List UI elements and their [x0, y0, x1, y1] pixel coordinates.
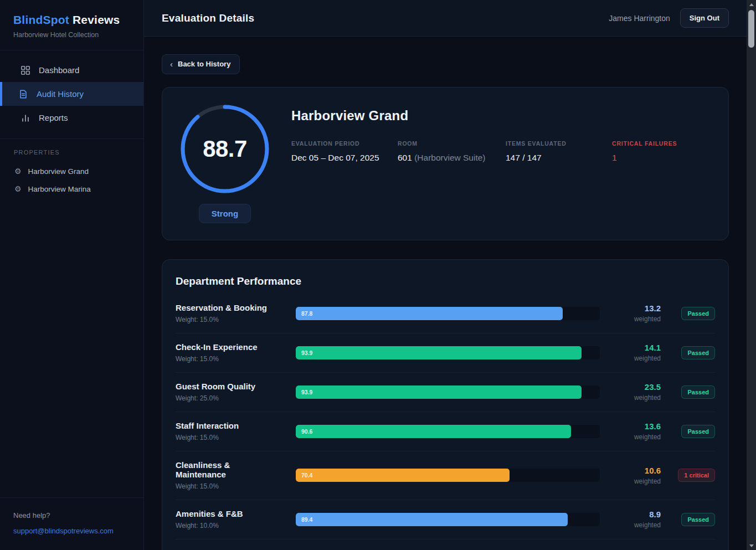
dashboard-grid-icon: [20, 65, 31, 75]
scrollbar-down-arrow[interactable]: [747, 541, 756, 550]
weighted-value: 23.5: [613, 382, 661, 392]
scrollbar-up-arrow[interactable]: [747, 0, 756, 9]
department-name: Guest Room Quality: [176, 382, 282, 391]
header-right: James Harrington Sign Out: [609, 8, 729, 28]
sidebar-nav: Dashboard Audit History Reports: [0, 50, 143, 139]
room-type: (Harborview Suite): [412, 153, 486, 162]
department-weight: Weight: 15.0%: [176, 355, 282, 363]
meta-evaluation-period: EVALUATION PERIOD Dec 05 – Dec 07, 2025: [291, 140, 398, 163]
status-badge: Passed: [681, 307, 715, 320]
department-weight: Weight: 25.0%: [176, 394, 282, 402]
brand-block: BlindSpot Reviews Harborview Hotel Colle…: [0, 0, 143, 50]
rating-badge: Strong: [199, 204, 251, 223]
sidebar-item-dashboard[interactable]: Dashboard: [0, 58, 143, 82]
status-badge: Passed: [681, 513, 715, 526]
sign-out-button[interactable]: Sign Out: [680, 8, 729, 28]
section-title: Department Performance: [176, 275, 715, 287]
property-item-harborview-marina[interactable]: ⚙ Harborview Marina: [0, 180, 143, 198]
overall-score-value: 88.7: [181, 105, 269, 193]
weighted-cell: 13.6 weighted: [613, 422, 661, 441]
department-weight: Weight: 15.0%: [176, 434, 282, 441]
score-summary-card: 88.7 Strong Harborview Grand EVALUATION …: [162, 87, 729, 240]
weighted-cell: 14.1 weighted: [613, 343, 661, 362]
help-text: Need help?: [13, 511, 130, 520]
bar-chart-icon: [20, 112, 31, 123]
department-label-cell: Reservation & Booking Weight: 15.0%: [176, 303, 282, 323]
brand-name: BlindSpot Reviews: [13, 13, 130, 27]
status-badge: Passed: [681, 385, 715, 399]
weighted-cell: 23.5 weighted: [613, 382, 661, 402]
weighted-cell: 8.9 weighted: [613, 510, 661, 529]
score-bar-value: 90.6: [301, 428, 312, 435]
score-bar-track: 70.4: [296, 469, 600, 482]
score-bar-fill: 87.8: [296, 307, 563, 320]
property-item-harborview-grand[interactable]: ⚙ Harborview Grand: [0, 162, 143, 180]
score-bar-track: 93.9: [296, 385, 600, 399]
evaluation-meta-row: EVALUATION PERIOD Dec 05 – Dec 07, 2025 …: [291, 140, 711, 163]
property-title: Harborview Grand: [291, 108, 711, 124]
meta-value: Dec 05 – Dec 07, 2025: [291, 153, 398, 163]
weighted-value: 14.1: [613, 343, 661, 352]
meta-label: EVALUATION PERIOD: [291, 140, 398, 147]
sidebar-item-audit-history[interactable]: Audit History: [0, 82, 143, 106]
department-name: Check-In Experience: [176, 342, 282, 352]
score-bar-track: 87.8: [296, 307, 600, 320]
meta-value: 1: [612, 153, 711, 163]
weighted-value: 8.9: [613, 510, 661, 519]
brand-name-accent: BlindSpot: [13, 13, 69, 26]
page-content: ‹ Back to History 88.7 Strong Har: [144, 37, 747, 550]
gear-icon: ⚙: [14, 167, 22, 175]
department-label-cell: Check-In Experience Weight: 15.0%: [176, 342, 282, 363]
support-email-link[interactable]: support@blindspotreviews.com: [13, 527, 114, 535]
department-name: Amenities & F&B: [176, 509, 282, 518]
score-bar-value: 93.9: [301, 389, 312, 395]
gear-icon: ⚙: [14, 185, 22, 193]
top-header: Evaluation Details James Harrington Sign…: [144, 0, 747, 37]
score-bar-fill: 93.9: [296, 385, 582, 399]
back-to-history-button[interactable]: ‹ Back to History: [162, 54, 240, 74]
sidebar-item-label: Reports: [39, 113, 68, 122]
department-name: Cleanliness & Maintenance: [176, 460, 282, 479]
property-label: Harborview Marina: [28, 185, 91, 193]
sidebar-item-label: Audit History: [37, 89, 84, 99]
department-name: Reservation & Booking: [176, 303, 282, 312]
score-gauge: 88.7: [181, 105, 269, 193]
sidebar-item-reports[interactable]: Reports: [0, 106, 143, 130]
vertical-scrollbar[interactable]: [747, 0, 756, 550]
score-bar-value: 70.4: [301, 472, 312, 479]
department-weight: Weight: 10.0%: [176, 522, 282, 530]
page-title: Evaluation Details: [162, 12, 254, 24]
score-bar-value: 89.4: [301, 516, 312, 523]
department-label-cell: Cleanliness & Maintenance Weight: 15.0%: [176, 460, 282, 490]
department-label-cell: Guest Room Quality Weight: 25.0%: [176, 382, 282, 402]
score-bar-fill: 90.6: [296, 425, 571, 438]
department-row-staff-interaction: Staff Interaction Weight: 15.0% 90.6 13.…: [176, 412, 715, 451]
department-row-reservation-booking: Reservation & Booking Weight: 15.0% 87.8…: [176, 294, 715, 333]
weighted-value: 13.2: [613, 304, 661, 313]
score-bar-value: 93.9: [301, 349, 312, 356]
weighted-caption: weighted: [613, 394, 661, 402]
properties-section: PROPERTIES ⚙ Harborview Grand ⚙ Harborvi…: [0, 139, 143, 203]
chevron-left-icon: ‹: [170, 61, 173, 67]
meta-value: 601 (Harborview Suite): [398, 153, 506, 163]
weighted-caption: weighted: [613, 477, 661, 485]
department-name: Staff Interaction: [176, 421, 282, 430]
sidebar-item-label: Dashboard: [39, 65, 79, 75]
score-info: Harborview Grand EVALUATION PERIOD Dec 0…: [291, 105, 711, 223]
department-performance-card: Department Performance Reservation & Boo…: [162, 259, 729, 550]
weighted-caption: weighted: [613, 354, 661, 362]
department-row-check-in: Check-In Experience Weight: 15.0% 93.9 1…: [176, 333, 715, 373]
score-bar-track: 93.9: [296, 346, 600, 359]
properties-heading: PROPERTIES: [0, 149, 143, 156]
weighted-caption: weighted: [613, 433, 661, 441]
meta-critical-failures: CRITICAL FAILURES 1: [612, 140, 711, 163]
meta-items-evaluated: ITEMS EVALUATED 147 / 147: [506, 140, 612, 163]
score-bar-fill: 93.9: [296, 346, 582, 359]
sidebar: BlindSpot Reviews Harborview Hotel Colle…: [0, 0, 144, 550]
status-badge: Passed: [681, 346, 715, 359]
score-bar-track: 90.6: [296, 425, 600, 438]
department-label-cell: Staff Interaction Weight: 15.0%: [176, 421, 282, 441]
weighted-value: 13.6: [613, 422, 661, 431]
scrollbar-thumb[interactable]: [748, 10, 754, 48]
sidebar-footer: Need help? support@blindspotreviews.com: [0, 497, 143, 550]
